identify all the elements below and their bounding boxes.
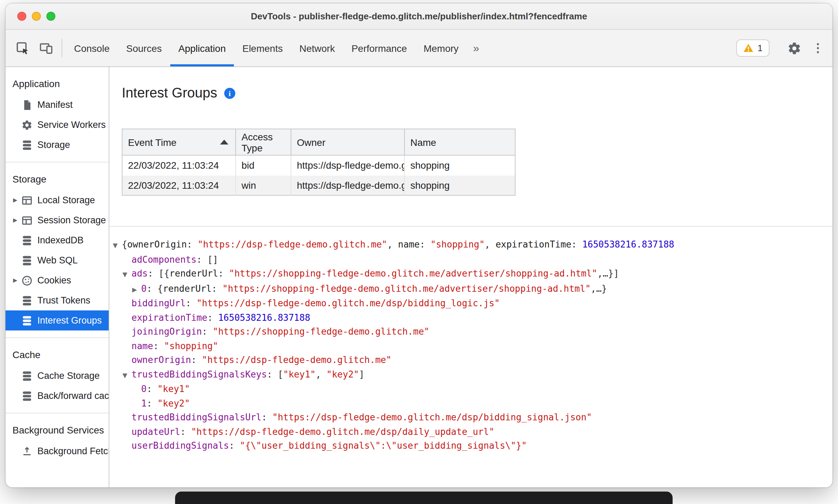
- info-icon[interactable]: i: [224, 87, 235, 99]
- token-key: trustedBiddingSignalsUrl: [131, 412, 262, 422]
- column-header-access-type[interactable]: Access Type: [236, 129, 291, 155]
- sidebar-item-label: Trust Tokens: [37, 295, 90, 306]
- zoom-window-button[interactable]: [46, 12, 55, 21]
- tree-line[interactable]: ▼trustedBiddingSignalsKeys: ["key1", "ke…: [109, 367, 832, 382]
- tab-elements[interactable]: Elements: [234, 30, 291, 66]
- sidebar-item-storage[interactable]: Storage: [6, 135, 109, 155]
- inspect-element-icon[interactable]: [11, 30, 35, 66]
- token-punct: :: [186, 298, 197, 308]
- sidebar-item-label: Local Storage: [37, 195, 95, 205]
- tree-line[interactable]: updateUrl: "https://dsp-fledge-demo.glit…: [109, 425, 832, 439]
- token-key: updateUrl: [131, 426, 180, 437]
- token-punct: :: [147, 384, 157, 394]
- toolbar-divider: [62, 39, 62, 57]
- tree-line[interactable]: 1: "key2": [109, 396, 832, 411]
- tree-line[interactable]: adComponents: []: [109, 253, 832, 267]
- table-row[interactable]: 22/03/2022, 11:03:24bidhttps://dsp-fledg…: [122, 155, 515, 175]
- token-punct: ,: [316, 369, 326, 379]
- token-string: "key1": [157, 384, 190, 394]
- sidebar-item-label: Cache Storage: [37, 371, 100, 381]
- tree-line[interactable]: ownerOrigin: "https://dsp-fledge-demo.gl…: [109, 353, 832, 367]
- token-punct: ,: [387, 239, 398, 250]
- token-key: ownerOrigin: [131, 355, 191, 365]
- token-key: 0: [141, 283, 147, 293]
- column-header-name[interactable]: Name: [404, 129, 515, 155]
- sidebar-item-session-storage[interactable]: ▶Session Storage: [6, 210, 109, 230]
- service-worker-gear-icon: [21, 119, 33, 131]
- sidebar-item-trust-tokens[interactable]: Trust Tokens: [6, 290, 109, 310]
- collapse-triangle-icon[interactable]: ▼: [122, 268, 131, 282]
- titlebar: DevTools - publisher-fledge-demo.glitch.…: [6, 3, 832, 30]
- sidebar-item-background-fetch[interactable]: Background Fetch: [6, 441, 109, 461]
- expander-triangle-icon[interactable]: ▶: [10, 197, 21, 203]
- token-punct: :: [207, 312, 218, 323]
- token-punct: : [{: [148, 268, 170, 279]
- tree-line[interactable]: userBiddingSignals: "{\"user_bidding_sig…: [109, 439, 832, 453]
- sidebar-item-interest-groups[interactable]: Interest Groups: [6, 310, 109, 330]
- sidebar-item-cookies[interactable]: ▶Cookies: [6, 270, 109, 290]
- tab-console[interactable]: Console: [66, 30, 118, 66]
- token-preview-key: expirationTime: [495, 239, 571, 250]
- more-tabs-button[interactable]: »: [467, 30, 485, 66]
- page-title: Interest Groups: [122, 85, 217, 101]
- sidebar-item-manifest[interactable]: Manifest: [6, 95, 109, 115]
- tab-application[interactable]: Application: [170, 30, 234, 66]
- sidebar-item-indexeddb[interactable]: IndexedDB: [6, 230, 109, 250]
- sidebar-item-web-sql[interactable]: Web SQL: [6, 250, 109, 270]
- expand-triangle-icon[interactable]: ▶: [132, 282, 141, 297]
- sort-ascending-icon: [220, 140, 228, 144]
- interest-group-events-table: Event TimeAccess TypeOwnerName 22/03/202…: [122, 129, 516, 196]
- tab-memory[interactable]: Memory: [415, 30, 467, 66]
- settings-gear-icon[interactable]: [783, 41, 806, 55]
- token-string: "key1": [283, 369, 316, 379]
- table-grid-icon: [21, 194, 33, 206]
- sidebar-section-title: Background Services: [6, 418, 109, 441]
- database-stack-icon: [21, 295, 33, 306]
- close-window-button[interactable]: [17, 12, 26, 21]
- table-cell: https://dsp-fledge-demo.gl…: [291, 175, 404, 195]
- table-cell: 22/03/2022, 11:03:24: [122, 175, 236, 195]
- column-header-event-time[interactable]: Event Time: [122, 129, 236, 155]
- sidebar-item-back-forward-cache[interactable]: Back/forward cache: [6, 386, 109, 406]
- expander-triangle-icon[interactable]: ▶: [10, 277, 21, 283]
- tree-line[interactable]: expirationTime: 1650538216.837188: [109, 311, 832, 325]
- token-string: "shopping": [430, 239, 485, 250]
- token-key: biddingUrl: [131, 298, 186, 308]
- tree-line[interactable]: 0: "key1": [109, 382, 832, 396]
- issues-warning-badge[interactable]: 1: [736, 39, 769, 57]
- tree-line[interactable]: joiningOrigin: "https://shopping-fledge-…: [109, 325, 832, 339]
- devtools-toolbar: ConsoleSourcesApplicationElementsNetwork…: [6, 30, 832, 67]
- tree-line[interactable]: biddingUrl: "https://dsp-fledge-demo.gli…: [109, 297, 832, 311]
- column-header-owner[interactable]: Owner: [291, 129, 404, 155]
- minimize-window-button[interactable]: [32, 12, 41, 21]
- tree-line[interactable]: ▶0: {renderUrl: "https://shopping-fledge…: [109, 282, 832, 297]
- collapse-triangle-icon[interactable]: ▼: [113, 239, 122, 253]
- tab-network[interactable]: Network: [291, 30, 343, 66]
- sidebar-item-service-workers[interactable]: Service Workers: [6, 115, 109, 135]
- column-header-label: Access Type: [242, 131, 285, 153]
- token-number: 1650538216.837188: [218, 312, 310, 323]
- collapse-triangle-icon[interactable]: ▼: [122, 368, 131, 382]
- sidebar-item-local-storage[interactable]: ▶Local Storage: [6, 190, 109, 210]
- background-fetch-icon: [21, 445, 33, 457]
- tab-performance[interactable]: Performance: [343, 30, 415, 66]
- tab-sources[interactable]: Sources: [118, 30, 170, 66]
- events-table-body: 22/03/2022, 11:03:24bidhttps://dsp-fledg…: [122, 155, 515, 195]
- token-key: expirationTime: [131, 312, 207, 323]
- tree-line[interactable]: ▼{ownerOrigin: "https://dsp-fledge-demo.…: [109, 238, 832, 253]
- table-row[interactable]: 22/03/2022, 11:03:24winhttps://dsp-fledg…: [122, 175, 515, 195]
- sidebar-item-cache-storage[interactable]: Cache Storage: [6, 366, 109, 386]
- tree-line[interactable]: ▼ads: [{renderUrl: "https://shopping-fle…: [109, 267, 832, 282]
- token-punct: :: [571, 239, 582, 250]
- tree-line[interactable]: trustedBiddingSignalsUrl: "https://dsp-f…: [109, 411, 832, 425]
- background-dock-bar: [175, 492, 673, 504]
- customize-devtools-kebab-icon[interactable]: ⋮: [809, 41, 827, 55]
- device-toolbar-icon[interactable]: [35, 30, 58, 66]
- token-string: "https://dsp-fledge-demo.glitch.me/dsp/b…: [197, 298, 500, 308]
- devtools-window: DevTools - publisher-fledge-demo.glitch.…: [6, 3, 832, 487]
- warning-count: 1: [758, 43, 763, 53]
- token-punct: :: [262, 412, 272, 422]
- expander-triangle-icon[interactable]: ▶: [10, 217, 21, 223]
- cookie-icon: [21, 274, 33, 286]
- tree-line[interactable]: name: "shopping": [109, 339, 832, 353]
